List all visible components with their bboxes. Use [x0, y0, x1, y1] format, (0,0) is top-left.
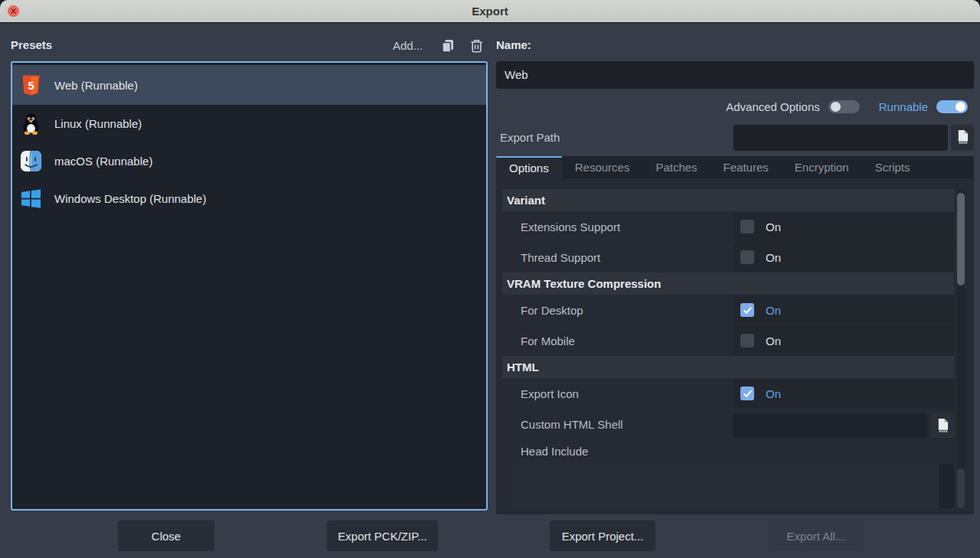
property-label: For Desktop [502, 295, 733, 325]
property-row-for-desktop: For DesktopOn [502, 295, 954, 325]
section-header-vram-texture-compression: VRAM Texture Compression [502, 272, 954, 295]
titlebar[interactable]: Export [0, 0, 980, 23]
checkbox-state-label: On [766, 304, 781, 317]
tab-options[interactable]: Options [496, 156, 562, 178]
name-label: Name: [496, 38, 531, 51]
close-button[interactable]: Close [118, 520, 214, 551]
options-scrollbar-thumb[interactable] [957, 193, 965, 286]
preset-item-label: Web (Runnable) [54, 79, 138, 92]
runnable-label: Runnable [879, 100, 928, 113]
close-icon [10, 8, 17, 15]
linux-icon [19, 112, 43, 135]
property-value: On [733, 212, 954, 241]
section-label: Variant [507, 194, 545, 207]
macos-icon [19, 149, 43, 173]
property-row-export-icon: Export IconOn [502, 378, 954, 409]
add-preset-button[interactable]: Add... [393, 39, 423, 52]
checkbox-thread-support[interactable] [740, 250, 754, 264]
custom-html-shell-browse-button[interactable] [931, 413, 954, 438]
runnable-toggle[interactable] [936, 100, 968, 113]
property-value: On [733, 295, 954, 325]
export-path-browse-button[interactable] [951, 125, 974, 151]
delete-preset-button[interactable] [468, 38, 485, 54]
export-path-input[interactable] [733, 125, 948, 151]
advanced-options-label: Advanced Options [726, 100, 820, 113]
head-include-textarea[interactable] [511, 464, 954, 508]
preset-item-web-runnable[interactable]: 5Web (Runnable) [12, 65, 486, 105]
export-dialog: Export Presets Add... 5Web (Runnable)Lin… [0, 0, 980, 558]
property-label: For Mobile [502, 325, 733, 356]
tab-patches[interactable]: Patches [642, 156, 710, 178]
export-project-button[interactable]: Export Project... [550, 520, 655, 551]
tab-resources[interactable]: Resources [562, 156, 643, 178]
preset-item-label: Linux (Runnable) [54, 117, 142, 130]
advanced-options-toggle[interactable] [828, 100, 860, 113]
property-value: On [733, 326, 954, 355]
property-row-extensions-support: Extensions SupportOn [502, 211, 954, 242]
preset-item-label: Windows Desktop (Runnable) [54, 192, 206, 205]
checkbox-for-desktop[interactable] [740, 303, 754, 317]
property-label: Custom HTML Shell [502, 409, 733, 439]
tab-features[interactable]: Features [710, 156, 782, 178]
textarea-scrollbar[interactable] [939, 464, 954, 508]
checkbox-extensions-support[interactable] [740, 220, 754, 233]
tab-bar: OptionsResourcesPatchesFeaturesEncryptio… [496, 156, 974, 178]
property-value: On [733, 379, 954, 408]
options-panel: VariantExtensions SupportOnThread Suppor… [496, 178, 974, 514]
checkbox-state-label: On [766, 220, 781, 233]
toggles-row: Advanced Options Runnable [726, 98, 968, 115]
toggle-knob [831, 102, 841, 112]
checkbox-for-mobile[interactable] [740, 334, 754, 348]
property-label: Thread Support [502, 242, 733, 272]
tab-encryption[interactable]: Encryption [782, 156, 862, 178]
property-row-head-include: Head Include [502, 439, 954, 462]
preset-item-label: macOS (Runnable) [54, 155, 152, 168]
toggle-knob [956, 102, 965, 112]
property-value [733, 440, 954, 462]
custom-html-shell-input[interactable] [733, 413, 927, 438]
checkbox-state-label: On [766, 387, 781, 400]
property-label: Head Include [502, 439, 733, 462]
preset-item-windows-desktop-runnable[interactable]: Windows Desktop (Runnable) [12, 180, 486, 217]
property-row-custom-html-shell: Custom HTML Shell [502, 409, 954, 439]
window-title: Export [0, 0, 980, 22]
file-dialog-icon [956, 129, 969, 147]
property-label: Extensions Support [502, 211, 733, 242]
html5-icon: 5 [19, 73, 43, 97]
windows-icon [19, 187, 43, 210]
section-label: VRAM Texture Compression [507, 277, 661, 290]
preset-item-macos-runnable[interactable]: macOS (Runnable) [12, 142, 486, 180]
property-row-thread-support: Thread SupportOn [502, 242, 954, 272]
export-path-label: Export Path [500, 131, 560, 144]
checkbox-state-label: On [766, 334, 781, 348]
tab-scripts[interactable]: Scripts [862, 156, 923, 178]
options-scrollbar-thumb-lower[interactable] [957, 468, 965, 508]
name-input[interactable]: Web [496, 61, 974, 89]
duplicate-preset-button[interactable] [439, 38, 456, 54]
duplicate-icon [440, 38, 456, 54]
preset-list[interactable]: 5Web (Runnable)Linux (Runnable)macOS (Ru… [11, 61, 488, 511]
export-all-button: Export All... [768, 520, 864, 551]
section-label: HTML [507, 361, 539, 374]
preset-item-linux-runnable[interactable]: Linux (Runnable) [12, 105, 486, 142]
window-close-button[interactable] [8, 5, 19, 17]
section-header-html: HTML [502, 356, 954, 378]
property-value: On [733, 243, 954, 272]
property-row-for-mobile: For MobileOn [502, 325, 954, 356]
checkbox-export-icon[interactable] [740, 387, 754, 400]
trash-icon [469, 38, 484, 54]
checkbox-state-label: On [766, 251, 781, 264]
property-label: Export Icon [502, 378, 733, 409]
export-pck-zip-button[interactable]: Export PCK/ZIP... [327, 520, 438, 551]
presets-header: Presets [11, 38, 52, 51]
section-header-variant: Variant [502, 189, 954, 211]
svg-text:5: 5 [28, 79, 34, 91]
property-value [733, 410, 954, 439]
